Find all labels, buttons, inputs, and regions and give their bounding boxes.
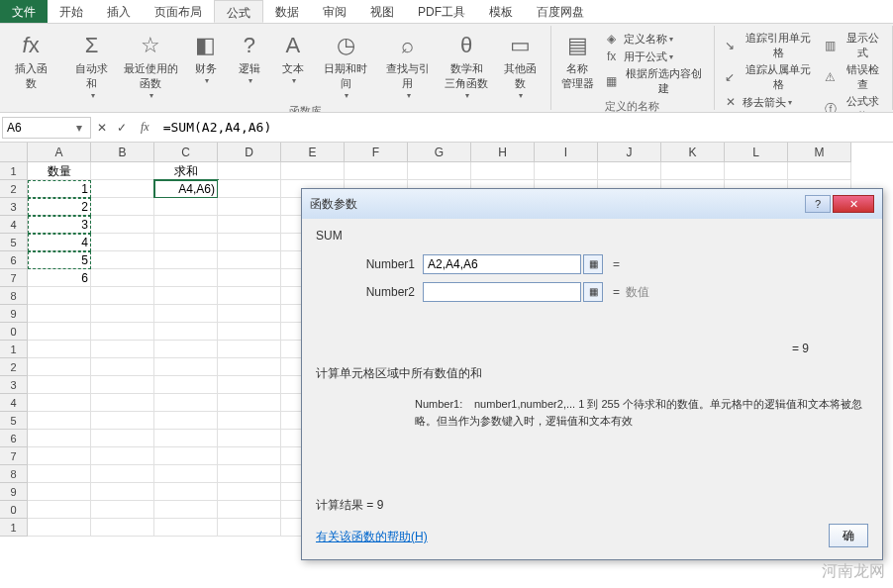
define-name-button[interactable]: ◈定义名称▾ bbox=[600, 30, 710, 48]
cell[interactable]: 数量 bbox=[28, 162, 91, 180]
arg2-collapse-button[interactable]: ▦ bbox=[583, 282, 603, 302]
cell[interactable] bbox=[218, 358, 281, 376]
row-header[interactable]: 1 bbox=[0, 341, 28, 358]
cell[interactable] bbox=[471, 162, 535, 180]
function-help-link[interactable]: 有关该函数的帮助(H) bbox=[316, 529, 428, 545]
select-all-corner[interactable] bbox=[0, 143, 28, 162]
row-header[interactable]: 2 bbox=[0, 358, 28, 376]
logical-button[interactable]: ?逻辑▾ bbox=[228, 28, 271, 102]
row-header[interactable]: 2 bbox=[0, 180, 28, 198]
cell[interactable] bbox=[218, 216, 281, 234]
col-header[interactable]: F bbox=[345, 143, 408, 162]
row-header[interactable]: 1 bbox=[0, 519, 28, 537]
tab-view[interactable]: 视图 bbox=[358, 0, 406, 23]
cell[interactable] bbox=[218, 519, 281, 537]
cell[interactable] bbox=[91, 251, 154, 269]
cell[interactable] bbox=[154, 198, 218, 216]
cell[interactable] bbox=[218, 501, 281, 519]
arg1-input[interactable] bbox=[423, 254, 581, 274]
cell[interactable] bbox=[154, 519, 218, 537]
datetime-button[interactable]: ◷日期和时间▾ bbox=[315, 28, 377, 102]
col-header[interactable]: E bbox=[281, 143, 345, 162]
cell[interactable] bbox=[154, 394, 218, 412]
cell[interactable] bbox=[218, 287, 281, 305]
col-header[interactable]: J bbox=[598, 143, 661, 162]
cell[interactable] bbox=[154, 216, 218, 234]
cell[interactable] bbox=[28, 430, 91, 447]
cell[interactable] bbox=[154, 430, 218, 447]
cell[interactable] bbox=[91, 180, 154, 198]
cell[interactable] bbox=[154, 305, 218, 323]
cell[interactable] bbox=[91, 305, 154, 323]
cell[interactable] bbox=[661, 162, 725, 180]
use-formula-button[interactable]: fx用于公式▾ bbox=[600, 48, 710, 65]
trace-prec-button[interactable]: ↘追踪引用单元格 bbox=[719, 30, 820, 61]
cell[interactable] bbox=[535, 162, 598, 180]
cell[interactable] bbox=[218, 465, 281, 483]
arg1-collapse-button[interactable]: ▦ bbox=[583, 254, 603, 274]
row-header[interactable]: 1 bbox=[0, 162, 28, 180]
cell[interactable] bbox=[28, 465, 91, 483]
row-header[interactable]: 8 bbox=[0, 287, 28, 305]
cell[interactable] bbox=[91, 287, 154, 305]
cell[interactable] bbox=[91, 483, 154, 501]
cell[interactable] bbox=[725, 162, 788, 180]
cell[interactable] bbox=[91, 234, 154, 251]
dialog-close-button[interactable]: ✕ bbox=[833, 195, 874, 213]
cell[interactable]: 3 bbox=[28, 216, 91, 234]
row-header[interactable]: 9 bbox=[0, 305, 28, 323]
cell[interactable] bbox=[28, 358, 91, 376]
col-header[interactable]: M bbox=[788, 143, 851, 162]
cell[interactable] bbox=[218, 234, 281, 251]
row-header[interactable]: 6 bbox=[0, 430, 28, 447]
other-button[interactable]: ▭其他函数▾ bbox=[494, 28, 546, 102]
cell[interactable]: 6 bbox=[28, 269, 91, 287]
tab-layout[interactable]: 页面布局 bbox=[143, 0, 214, 23]
cell[interactable] bbox=[345, 162, 408, 180]
trace-dep-button[interactable]: ↙追踪从属单元格 bbox=[719, 61, 820, 93]
cell[interactable] bbox=[91, 269, 154, 287]
cell[interactable]: 求和 bbox=[154, 162, 218, 180]
cell[interactable] bbox=[28, 305, 91, 323]
row-header[interactable]: 3 bbox=[0, 376, 28, 394]
cell[interactable] bbox=[598, 162, 661, 180]
col-header[interactable]: I bbox=[535, 143, 598, 162]
cell[interactable] bbox=[218, 483, 281, 501]
cell[interactable]: A4,A6) bbox=[154, 180, 218, 198]
cell[interactable] bbox=[28, 519, 91, 537]
cell[interactable] bbox=[91, 412, 154, 430]
cancel-formula-button[interactable]: ✕ bbox=[97, 121, 107, 135]
eval-formula-button[interactable]: ⓕ公式求值 bbox=[819, 93, 888, 113]
enter-formula-button[interactable]: ✓ bbox=[117, 121, 127, 135]
show-formulas-button[interactable]: ▥显示公式 bbox=[819, 30, 888, 61]
cell[interactable] bbox=[28, 501, 91, 519]
row-header[interactable]: 5 bbox=[0, 234, 28, 251]
cell[interactable] bbox=[91, 162, 154, 180]
cell[interactable] bbox=[154, 269, 218, 287]
insert-function-button[interactable]: fx 插入函数 bbox=[4, 28, 57, 108]
cell[interactable] bbox=[218, 162, 281, 180]
cell[interactable]: 1 bbox=[28, 180, 91, 198]
cell[interactable] bbox=[218, 412, 281, 430]
tab-file[interactable]: 文件 bbox=[0, 0, 48, 23]
cell[interactable] bbox=[218, 180, 281, 198]
name-box[interactable]: A6 ▾ bbox=[2, 117, 91, 139]
text-button[interactable]: A文本▾ bbox=[271, 28, 315, 102]
cell[interactable]: 2 bbox=[28, 198, 91, 216]
cell[interactable] bbox=[91, 447, 154, 465]
cell[interactable] bbox=[154, 376, 218, 394]
col-header[interactable]: C bbox=[154, 143, 218, 162]
cell[interactable] bbox=[218, 198, 281, 216]
cell[interactable] bbox=[91, 519, 154, 537]
cell[interactable] bbox=[218, 251, 281, 269]
row-header[interactable]: 7 bbox=[0, 269, 28, 287]
tab-formulas[interactable]: 公式 bbox=[214, 0, 263, 23]
cell[interactable] bbox=[28, 287, 91, 305]
arg2-input[interactable] bbox=[423, 282, 581, 302]
cell[interactable] bbox=[218, 430, 281, 447]
row-header[interactable]: 7 bbox=[0, 447, 28, 465]
cell[interactable] bbox=[408, 162, 471, 180]
chevron-down-icon[interactable]: ▾ bbox=[72, 121, 86, 135]
tab-home[interactable]: 开始 bbox=[48, 0, 95, 23]
cell[interactable] bbox=[91, 216, 154, 234]
